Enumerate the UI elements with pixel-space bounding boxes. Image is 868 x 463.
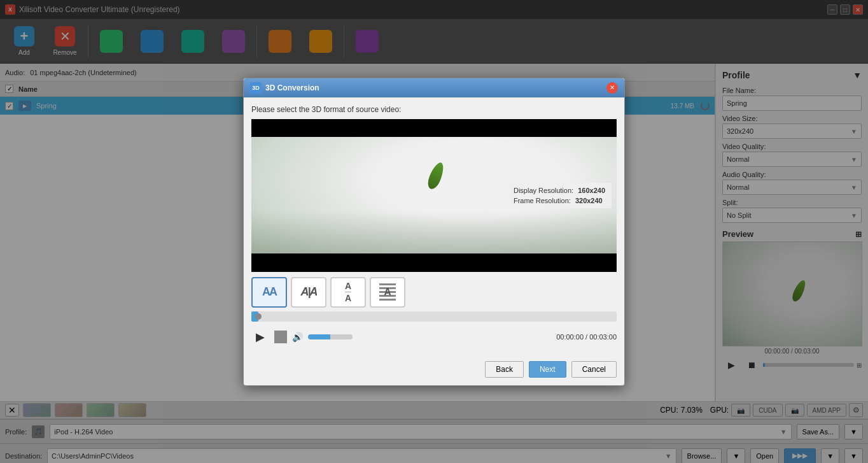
- resolution-overlay: Display Resolution: 160x240 Frame Resolu…: [507, 183, 612, 208]
- frame-res-label: Frame Resolution:: [514, 197, 571, 204]
- time-display: 00:00:00 / 00:03:00: [556, 333, 617, 341]
- modal-footer: Back Next Cancel: [244, 356, 624, 385]
- letterbox-bottom: [251, 253, 617, 272]
- volume-icon[interactable]: 🔊: [292, 332, 303, 342]
- frame-res-value: 320x240: [575, 197, 603, 204]
- frame-res-row: Frame Resolution: 320x240: [514, 197, 605, 204]
- conversion-modal: 3D 3D Conversion ✕ Please select the 3D …: [243, 78, 625, 386]
- format-btn-side-by-side-lr[interactable]: AA: [251, 277, 287, 308]
- display-res-value: 160x240: [578, 187, 605, 194]
- modal-overlay: 3D 3D Conversion ✕ Please select the 3D …: [0, 0, 868, 463]
- format-buttons-row: AA A|A A A A: [251, 277, 617, 308]
- video-preview: Display Resolution: 160x240 Frame Resolu…: [251, 119, 617, 272]
- format-btn-top-bottom[interactable]: A A: [330, 277, 366, 308]
- stop-button[interactable]: [274, 331, 287, 343]
- display-res-label: Display Resolution:: [514, 187, 573, 194]
- modal-body: Please select the 3D format of source vi…: [244, 97, 624, 356]
- modal-app-icon: 3D: [250, 82, 262, 94]
- format-btn-side-by-side-rl[interactable]: A|A: [291, 277, 326, 308]
- modal-titlebar: 3D 3D Conversion ✕: [244, 78, 624, 97]
- play-button[interactable]: ▶: [251, 328, 269, 346]
- playback-controls: ▶ 🔊 00:00:00 / 00:03:00: [251, 325, 617, 348]
- back-button[interactable]: Back: [485, 361, 524, 378]
- volume-slider[interactable]: [308, 334, 353, 339]
- cancel-button[interactable]: Cancel: [571, 361, 617, 378]
- modal-prompt: Please select the 3D format of source vi…: [251, 105, 617, 114]
- next-button[interactable]: Next: [529, 361, 566, 378]
- modal-close-button[interactable]: ✕: [606, 82, 618, 94]
- seek-handle: [255, 313, 262, 320]
- modal-title: 3D Conversion: [265, 83, 319, 92]
- letterbox-top: [251, 119, 617, 138]
- display-res-row: Display Resolution: 160x240: [514, 187, 605, 194]
- format-btn-interleaved[interactable]: A: [370, 277, 405, 308]
- seek-bar[interactable]: [251, 311, 617, 322]
